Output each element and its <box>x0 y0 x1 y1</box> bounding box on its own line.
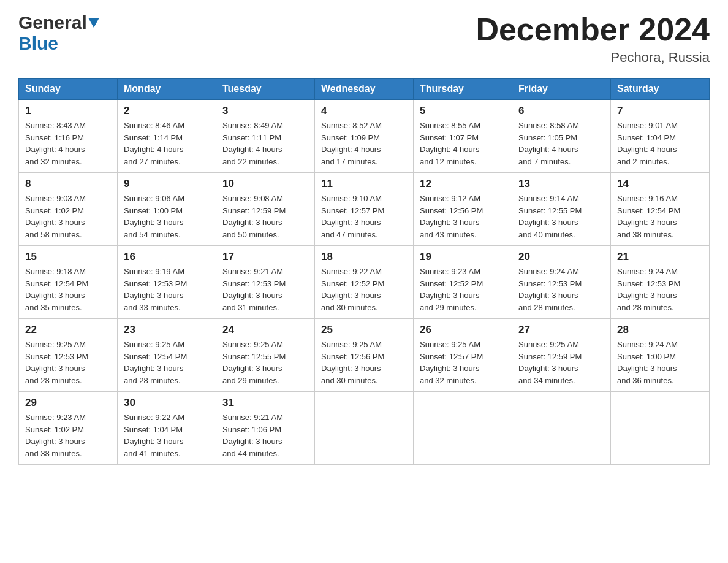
day-info: Sunrise: 9:23 AMSunset: 12:52 PMDaylight… <box>420 267 483 312</box>
header-monday: Monday <box>118 79 216 100</box>
weekday-header-row: Sunday Monday Tuesday Wednesday Thursday… <box>19 79 710 100</box>
day-info: Sunrise: 9:25 AMSunset: 12:57 PMDaylight… <box>420 340 483 385</box>
day-number: 8 <box>25 178 111 190</box>
day-info: Sunrise: 8:58 AMSunset: 1:05 PMDaylight:… <box>518 121 579 166</box>
calendar-cell-4-6 <box>611 392 710 465</box>
day-number: 31 <box>222 397 308 409</box>
calendar-cell-2-5: 20 Sunrise: 9:24 AMSunset: 12:53 PMDayli… <box>512 246 611 319</box>
day-number: 2 <box>124 105 210 117</box>
calendar-cell-2-2: 17 Sunrise: 9:21 AMSunset: 12:53 PMDayli… <box>216 246 315 319</box>
calendar-week-row-5: 29 Sunrise: 9:23 AMSunset: 1:02 PMDaylig… <box>19 392 710 465</box>
day-number: 3 <box>222 105 308 117</box>
day-info: Sunrise: 9:22 AMSunset: 12:52 PMDaylight… <box>321 267 384 312</box>
header-sunday: Sunday <box>19 79 118 100</box>
day-info: Sunrise: 9:24 AMSunset: 12:53 PMDaylight… <box>617 267 680 312</box>
calendar-cell-1-4: 12 Sunrise: 9:12 AMSunset: 12:56 PMDayli… <box>414 173 512 246</box>
day-number: 9 <box>124 178 210 190</box>
month-title: December 2024 <box>476 12 710 47</box>
day-info: Sunrise: 9:25 AMSunset: 12:53 PMDaylight… <box>25 340 88 385</box>
day-number: 18 <box>321 251 407 263</box>
calendar-cell-4-0: 29 Sunrise: 9:23 AMSunset: 1:02 PMDaylig… <box>19 392 118 465</box>
calendar-cell-1-1: 9 Sunrise: 9:06 AMSunset: 1:00 PMDayligh… <box>118 173 216 246</box>
calendar-week-row-1: 1 Sunrise: 8:43 AMSunset: 1:16 PMDayligh… <box>19 100 710 173</box>
day-info: Sunrise: 9:16 AMSunset: 12:54 PMDaylight… <box>617 194 680 239</box>
header-wednesday: Wednesday <box>315 79 414 100</box>
day-info: Sunrise: 9:25 AMSunset: 12:54 PMDaylight… <box>124 340 187 385</box>
day-number: 27 <box>518 324 604 336</box>
day-number: 19 <box>420 251 506 263</box>
calendar-week-row-4: 22 Sunrise: 9:25 AMSunset: 12:53 PMDayli… <box>19 319 710 392</box>
calendar-cell-0-2: 3 Sunrise: 8:49 AMSunset: 1:11 PMDayligh… <box>216 100 315 173</box>
calendar-cell-1-3: 11 Sunrise: 9:10 AMSunset: 12:57 PMDayli… <box>315 173 414 246</box>
logo-blue: Blue <box>18 33 58 53</box>
calendar-cell-3-3: 25 Sunrise: 9:25 AMSunset: 12:56 PMDayli… <box>315 319 414 392</box>
day-number: 22 <box>25 324 111 336</box>
calendar-cell-4-2: 31 Sunrise: 9:21 AMSunset: 1:06 PMDaylig… <box>216 392 315 465</box>
calendar-cell-1-6: 14 Sunrise: 9:16 AMSunset: 12:54 PMDayli… <box>611 173 710 246</box>
day-info: Sunrise: 9:24 AMSunset: 1:00 PMDaylight:… <box>617 340 678 385</box>
location: Pechora, Russia <box>476 50 710 66</box>
header-thursday: Thursday <box>414 79 512 100</box>
day-info: Sunrise: 9:21 AMSunset: 12:53 PMDaylight… <box>222 267 286 312</box>
calendar-cell-0-3: 4 Sunrise: 8:52 AMSunset: 1:09 PMDayligh… <box>315 100 414 173</box>
header-tuesday: Tuesday <box>216 79 315 100</box>
calendar-week-row-2: 8 Sunrise: 9:03 AMSunset: 1:02 PMDayligh… <box>19 173 710 246</box>
day-info: Sunrise: 9:06 AMSunset: 1:00 PMDaylight:… <box>124 194 184 239</box>
day-info: Sunrise: 9:14 AMSunset: 12:55 PMDaylight… <box>518 194 582 239</box>
day-info: Sunrise: 9:24 AMSunset: 12:53 PMDaylight… <box>518 267 582 312</box>
day-info: Sunrise: 9:12 AMSunset: 12:56 PMDaylight… <box>420 194 483 239</box>
day-number: 21 <box>617 251 703 263</box>
day-info: Sunrise: 9:19 AMSunset: 12:53 PMDaylight… <box>124 267 187 312</box>
day-info: Sunrise: 8:55 AMSunset: 1:07 PMDaylight:… <box>420 121 480 166</box>
calendar-cell-3-5: 27 Sunrise: 9:25 AMSunset: 12:59 PMDayli… <box>512 319 611 392</box>
calendar-cell-2-4: 19 Sunrise: 9:23 AMSunset: 12:52 PMDayli… <box>414 246 512 319</box>
header-friday: Friday <box>512 79 611 100</box>
day-info: Sunrise: 8:43 AMSunset: 1:16 PMDaylight:… <box>25 121 86 166</box>
day-info: Sunrise: 9:18 AMSunset: 12:54 PMDaylight… <box>25 267 88 312</box>
calendar-week-row-3: 15 Sunrise: 9:18 AMSunset: 12:54 PMDayli… <box>19 246 710 319</box>
day-info: Sunrise: 9:03 AMSunset: 1:02 PMDaylight:… <box>25 194 86 239</box>
day-number: 1 <box>25 105 111 117</box>
calendar-cell-0-1: 2 Sunrise: 8:46 AMSunset: 1:14 PMDayligh… <box>118 100 216 173</box>
calendar-cell-4-5 <box>512 392 611 465</box>
day-number: 20 <box>518 251 604 263</box>
day-number: 30 <box>124 397 210 409</box>
day-info: Sunrise: 9:25 AMSunset: 12:55 PMDaylight… <box>222 340 286 385</box>
calendar-cell-0-6: 7 Sunrise: 9:01 AMSunset: 1:04 PMDayligh… <box>611 100 710 173</box>
header-saturday: Saturday <box>611 79 710 100</box>
calendar-cell-2-6: 21 Sunrise: 9:24 AMSunset: 12:53 PMDayli… <box>611 246 710 319</box>
day-number: 17 <box>222 251 308 263</box>
day-info: Sunrise: 9:22 AMSunset: 1:04 PMDaylight:… <box>124 413 184 458</box>
calendar-cell-0-4: 5 Sunrise: 8:55 AMSunset: 1:07 PMDayligh… <box>414 100 512 173</box>
day-info: Sunrise: 9:08 AMSunset: 12:59 PMDaylight… <box>222 194 286 239</box>
day-number: 13 <box>518 178 604 190</box>
day-info: Sunrise: 9:25 AMSunset: 12:56 PMDaylight… <box>321 340 384 385</box>
day-info: Sunrise: 8:49 AMSunset: 1:11 PMDaylight:… <box>222 121 283 166</box>
title-block: December 2024 Pechora, Russia <box>476 12 710 66</box>
calendar-cell-4-3 <box>315 392 414 465</box>
day-number: 4 <box>321 105 407 117</box>
calendar-cell-3-0: 22 Sunrise: 9:25 AMSunset: 12:53 PMDayli… <box>19 319 118 392</box>
day-info: Sunrise: 9:25 AMSunset: 12:59 PMDaylight… <box>518 340 582 385</box>
day-number: 16 <box>124 251 210 263</box>
day-number: 15 <box>25 251 111 263</box>
logo: General Blue <box>18 12 99 54</box>
logo-triangle-wrap <box>88 18 99 28</box>
day-info: Sunrise: 9:10 AMSunset: 12:57 PMDaylight… <box>321 194 384 239</box>
calendar-table: Sunday Monday Tuesday Wednesday Thursday… <box>18 78 710 465</box>
logo-triangle-icon <box>88 18 99 28</box>
calendar-cell-0-5: 6 Sunrise: 8:58 AMSunset: 1:05 PMDayligh… <box>512 100 611 173</box>
day-number: 5 <box>420 105 506 117</box>
day-number: 26 <box>420 324 506 336</box>
logo-general: General <box>18 12 87 33</box>
calendar-cell-2-3: 18 Sunrise: 9:22 AMSunset: 12:52 PMDayli… <box>315 246 414 319</box>
calendar-cell-3-1: 23 Sunrise: 9:25 AMSunset: 12:54 PMDayli… <box>118 319 216 392</box>
day-number: 7 <box>617 105 703 117</box>
day-info: Sunrise: 8:46 AMSunset: 1:14 PMDaylight:… <box>124 121 184 166</box>
day-number: 11 <box>321 178 407 190</box>
day-number: 6 <box>518 105 604 117</box>
day-info: Sunrise: 9:21 AMSunset: 1:06 PMDaylight:… <box>222 413 283 458</box>
day-number: 28 <box>617 324 703 336</box>
calendar-cell-1-0: 8 Sunrise: 9:03 AMSunset: 1:02 PMDayligh… <box>19 173 118 246</box>
calendar-cell-1-5: 13 Sunrise: 9:14 AMSunset: 12:55 PMDayli… <box>512 173 611 246</box>
